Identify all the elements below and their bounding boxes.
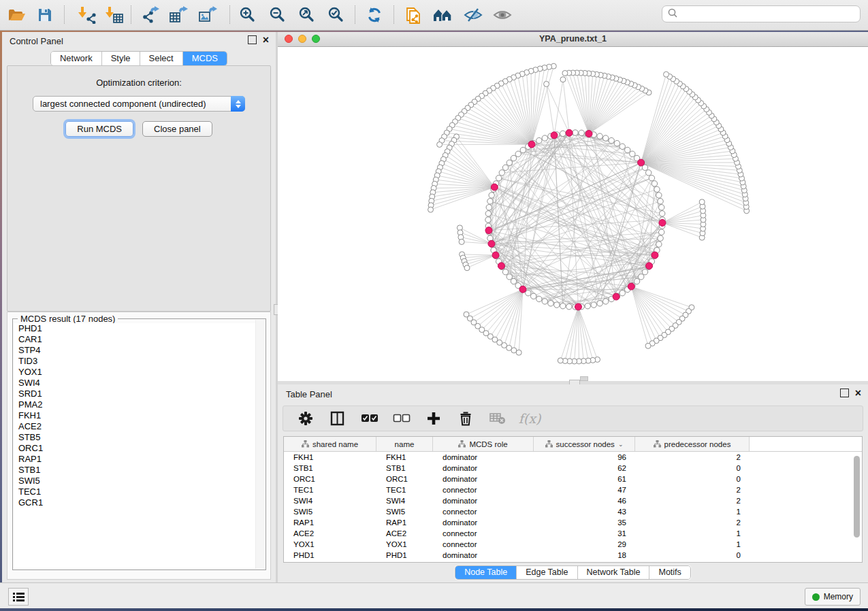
graph-leaf-node[interactable] [562, 71, 568, 76]
graph-leaf-node[interactable] [558, 358, 563, 363]
tab-network[interactable]: Network [51, 52, 102, 65]
search-input[interactable] [662, 5, 861, 22]
table-settings-icon[interactable] [297, 410, 315, 427]
graph-node[interactable] [511, 278, 516, 284]
graph-node[interactable] [530, 293, 536, 299]
network-window-titlebar[interactable]: YPA_prune.txt_1 [278, 32, 868, 47]
canvas-scrollbar-nub[interactable] [580, 376, 588, 381]
graph-node[interactable] [566, 303, 572, 309]
zoom-fit-icon[interactable] [295, 3, 319, 27]
graph-node[interactable] [658, 199, 663, 204]
zoom-in-icon[interactable] [236, 3, 260, 27]
graph-node[interactable] [625, 147, 630, 152]
hide-graphics-details-icon[interactable] [461, 3, 485, 27]
column-header-predecessor-nodes[interactable]: predecessor nodes [635, 437, 750, 451]
graph-node[interactable] [658, 205, 664, 210]
mcds-list-scrollbar[interactable] [255, 320, 265, 569]
mcds-list-item[interactable]: ORC1 [18, 443, 256, 454]
maximize-window-icon[interactable] [312, 35, 320, 43]
function-builder-icon[interactable]: f(x) [521, 410, 539, 427]
graph-mcds-node[interactable] [551, 132, 558, 139]
tab-edge-table[interactable]: Edge Table [517, 566, 577, 579]
table-row[interactable]: PHD1PHD1dominator180 [284, 550, 862, 561]
export-network-document-icon[interactable] [402, 3, 426, 27]
mcds-list-item[interactable]: STB1 [18, 465, 256, 476]
export-network-icon[interactable] [138, 3, 163, 27]
graph-leaf-node[interactable] [560, 77, 566, 82]
tab-mcds[interactable]: MCDS [183, 52, 227, 65]
run-mcds-button[interactable]: Run MCDS [65, 121, 133, 137]
minimize-window-icon[interactable] [298, 35, 306, 43]
graph-node[interactable] [620, 144, 625, 149]
import-network-icon[interactable] [75, 3, 99, 27]
mcds-list-item[interactable]: TEC1 [18, 486, 256, 497]
zoom-selected-icon[interactable] [324, 3, 349, 27]
table-row[interactable]: RAP1RAP1dominator352 [284, 517, 862, 528]
network-canvas[interactable] [278, 47, 868, 382]
show-columns-icon[interactable] [329, 410, 347, 427]
graph-mcds-node[interactable] [659, 219, 666, 226]
graph-mcds-node[interactable] [492, 252, 499, 259]
float-panel-icon[interactable] [248, 35, 257, 44]
table-row[interactable]: SWI4SWI4dominator462 [284, 495, 862, 506]
graph-mcds-node[interactable] [488, 240, 495, 247]
graph-node[interactable] [520, 147, 526, 152]
graph-mcds-node[interactable] [491, 184, 498, 191]
graph-node[interactable] [659, 211, 664, 216]
mcds-list-item[interactable]: YOX1 [18, 367, 256, 378]
float-table-panel-icon[interactable] [840, 389, 849, 397]
graph-node[interactable] [548, 301, 553, 306]
graph-mcds-node[interactable] [646, 263, 653, 269]
mcds-list-item[interactable]: TID3 [18, 356, 256, 367]
graph-leaf-node[interactable] [459, 239, 464, 244]
optimization-criterion-select[interactable]: largest connected component (undirected) [33, 96, 245, 112]
graph-node[interactable] [649, 175, 654, 180]
graph-leaf-node[interactable] [544, 81, 549, 86]
graph-node[interactable] [656, 193, 662, 198]
graph-node[interactable] [642, 269, 647, 275]
graph-node[interactable] [489, 193, 494, 198]
mcds-list-item[interactable]: FKH1 [18, 410, 256, 421]
mcds-list-item[interactable]: RAP1 [18, 454, 256, 465]
unselect-all-icon[interactable] [393, 410, 411, 427]
graph-node[interactable] [603, 135, 609, 141]
graph-leaf-node[interactable] [664, 71, 669, 77]
graph-mcds-node[interactable] [638, 159, 645, 166]
graph-mcds-node[interactable] [652, 252, 658, 259]
graph-leaf-node[interactable] [464, 312, 469, 317]
graph-node[interactable] [585, 303, 590, 308]
graph-mcds-node[interactable] [519, 286, 526, 293]
graph-node[interactable] [536, 296, 542, 301]
graph-node[interactable] [542, 135, 547, 141]
column-header-name[interactable]: name [376, 437, 433, 451]
graph-node[interactable] [658, 229, 664, 235]
graph-mcds-node[interactable] [528, 141, 535, 148]
table-scrollbar-thumb[interactable] [854, 456, 860, 538]
column-header-mcds-role[interactable]: MCDS role [433, 437, 534, 451]
delete-icon[interactable] [457, 410, 475, 427]
tab-style[interactable]: Style [102, 52, 140, 65]
graph-node[interactable] [654, 186, 660, 192]
graph-node[interactable] [485, 217, 491, 222]
graph-node[interactable] [620, 290, 625, 295]
tab-network-table[interactable]: Network Table [578, 566, 650, 579]
mcds-list-item[interactable]: ACE2 [18, 421, 256, 432]
mcds-list-item[interactable]: SWI4 [18, 378, 256, 389]
graph-mcds-node[interactable] [498, 263, 504, 269]
graph-node[interactable] [603, 299, 609, 304]
graph-node[interactable] [487, 199, 493, 204]
import-table-icon[interactable] [102, 3, 127, 27]
task-history-icon[interactable] [8, 588, 29, 606]
graph-leaf-node[interactable] [645, 343, 651, 348]
mcds-list-item[interactable]: PMA2 [18, 399, 256, 410]
graph-node[interactable] [591, 302, 596, 308]
graph-node[interactable] [515, 151, 521, 156]
mcds-list-item[interactable]: CAR1 [18, 334, 256, 345]
tab-node-table[interactable]: Node Table [455, 566, 517, 579]
graph-node[interactable] [639, 274, 644, 280]
select-all-icon[interactable] [361, 410, 379, 427]
graph-leaf-node[interactable] [428, 207, 434, 212]
graph-leaf-node[interactable] [699, 199, 705, 205]
export-image-icon[interactable] [195, 3, 220, 27]
close-window-icon[interactable] [285, 35, 293, 43]
